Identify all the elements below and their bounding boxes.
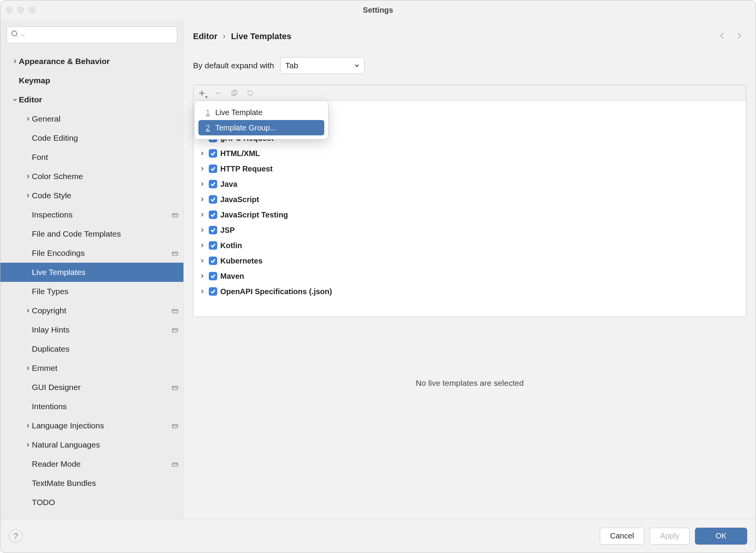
breadcrumb-root[interactable]: Editor — [193, 31, 218, 41]
sidebar-item-emmet[interactable]: Emmet — [0, 359, 183, 378]
scope-badge-icon — [171, 461, 179, 467]
popup-item-template-group-[interactable]: 2Template Group... — [198, 120, 324, 135]
expand-with-label: By default expand with — [193, 61, 274, 70]
sidebar-item-code-style[interactable]: Code Style — [0, 186, 183, 205]
popup-item-number: 2 — [204, 123, 210, 132]
expand-arrow-icon[interactable] — [199, 151, 206, 156]
sidebar-item-copyright[interactable]: Copyright — [0, 301, 183, 320]
close-window-icon[interactable] — [6, 7, 13, 13]
sidebar-item-label: Intentions — [32, 402, 171, 411]
ok-button[interactable]: OK — [695, 528, 747, 545]
popup-item-live-template[interactable]: 1Live Template — [198, 105, 324, 120]
expand-arrow-icon[interactable] — [199, 182, 206, 186]
expand-arrow-icon[interactable] — [199, 228, 206, 232]
group-checkbox[interactable] — [209, 226, 217, 234]
expand-arrow-icon[interactable] — [199, 212, 206, 217]
nav-back-button[interactable] — [718, 31, 726, 42]
expand-arrow-icon[interactable] — [199, 289, 206, 294]
breadcrumb-current: Live Templates — [231, 31, 291, 41]
expand-arrow-icon — [24, 308, 32, 313]
sidebar-item-code-editing[interactable]: Code Editing — [0, 128, 183, 148]
sidebar-item-file-types[interactable]: File Types — [0, 282, 183, 301]
template-group-javascript[interactable]: JavaScript — [193, 192, 746, 207]
expand-arrow-icon — [24, 117, 32, 121]
zoom-window-icon[interactable] — [29, 7, 36, 13]
template-group-javascript-testing[interactable]: JavaScript Testing — [193, 207, 746, 222]
group-checkbox[interactable] — [209, 287, 217, 296]
expand-arrow-icon[interactable] — [199, 166, 206, 171]
group-checkbox[interactable] — [209, 257, 217, 265]
svg-rect-4 — [172, 252, 178, 255]
sidebar-item-language-injections[interactable]: Language Injections — [0, 416, 183, 435]
minimize-window-icon[interactable] — [17, 7, 24, 13]
template-group-java[interactable]: Java — [193, 176, 746, 192]
sidebar-item-todo[interactable]: TODO — [0, 493, 183, 512]
expand-arrow-icon — [24, 443, 32, 447]
sidebar-item-general[interactable]: General — [0, 109, 183, 128]
template-group-kotlin[interactable]: Kotlin — [193, 238, 746, 253]
svg-rect-2 — [172, 214, 178, 217]
template-group-openapi-specifications-json-[interactable]: OpenAPI Specifications (.json) — [193, 284, 746, 299]
cancel-button[interactable]: Cancel — [600, 528, 644, 545]
expand-arrow-icon[interactable] — [199, 197, 206, 202]
add-button[interactable] — [198, 89, 206, 97]
group-checkbox[interactable] — [209, 149, 217, 158]
expand-arrow-icon — [11, 59, 19, 64]
sidebar-item-font[interactable]: Font — [0, 148, 183, 167]
sidebar-item-label: General — [32, 114, 171, 123]
group-checkbox[interactable] — [209, 211, 217, 219]
group-checkbox[interactable] — [209, 165, 217, 173]
sidebar-item-label: GUI Designer — [32, 383, 171, 392]
expand-arrow-icon[interactable] — [199, 274, 206, 278]
sidebar-item-inspections[interactable]: Inspections — [0, 205, 183, 224]
sidebar-item-file-encodings[interactable]: File Encodings — [0, 244, 183, 263]
sidebar-item-label: Inspections — [32, 210, 171, 219]
sidebar-item-file-and-code-templates[interactable]: File and Code Templates — [0, 224, 183, 244]
expand-with-select[interactable]: Tab — [280, 57, 365, 74]
scope-badge-icon — [171, 423, 179, 428]
sidebar-item-color-scheme[interactable]: Color Scheme — [0, 167, 183, 186]
expand-arrow-icon — [24, 174, 32, 179]
sidebar-item-appearance-behavior[interactable]: Appearance & Behavior — [0, 52, 183, 71]
svg-rect-14 — [172, 463, 178, 466]
sidebar-item-inlay-hints[interactable]: Inlay Hints — [0, 320, 183, 339]
template-group-maven[interactable]: Maven — [193, 268, 746, 284]
sidebar-item-duplicates[interactable]: Duplicates — [0, 339, 183, 359]
scope-badge-icon — [171, 212, 179, 217]
sidebar-item-label: Keymap — [19, 76, 171, 85]
expand-arrow-icon — [24, 366, 32, 370]
sidebar-item-live-templates[interactable]: Live Templates — [0, 263, 183, 282]
template-group-kubernetes[interactable]: Kubernetes — [193, 253, 746, 268]
expand-arrow-icon[interactable] — [199, 243, 206, 248]
chevron-right-icon: › — [223, 31, 226, 41]
sidebar-item-textmate-bundles[interactable]: TextMate Bundles — [0, 474, 183, 493]
group-checkbox[interactable] — [209, 272, 217, 280]
sidebar-item-natural-languages[interactable]: Natural Languages — [0, 435, 183, 454]
remove-button — [214, 89, 222, 97]
template-group-jsp[interactable]: JSP — [193, 222, 746, 238]
template-group-http-request[interactable]: HTTP Request — [193, 161, 746, 176]
search-history-icon[interactable] — [21, 31, 25, 40]
sidebar-item-keymap[interactable]: Keymap — [0, 71, 183, 90]
template-group-html-xml[interactable]: HTML/XML — [193, 146, 746, 161]
sidebar-item-editor[interactable]: Editor — [0, 90, 183, 109]
settings-sidebar: Appearance & BehaviorKeymapEditorGeneral… — [0, 20, 184, 519]
group-checkbox[interactable] — [209, 180, 217, 188]
group-label: JavaScript Testing — [220, 211, 288, 219]
sidebar-item-reader-mode[interactable]: Reader Mode — [0, 454, 183, 474]
group-label: OpenAPI Specifications (.json) — [220, 287, 332, 296]
sidebar-item-label: Live Templates — [32, 268, 171, 277]
settings-main: Editor › Live Templates By default expan… — [184, 20, 756, 519]
sidebar-item-intentions[interactable]: Intentions — [0, 397, 183, 416]
group-checkbox[interactable] — [209, 195, 217, 204]
expand-arrow-icon[interactable] — [199, 258, 206, 263]
nav-forward-button[interactable] — [735, 31, 743, 42]
scope-badge-icon — [171, 385, 179, 390]
sidebar-item-label: Duplicates — [32, 344, 171, 354]
sidebar-item-gui-designer[interactable]: GUI Designer — [0, 378, 183, 397]
help-button[interactable]: ? — [9, 529, 23, 543]
settings-search[interactable] — [7, 26, 177, 43]
group-checkbox[interactable] — [209, 241, 217, 250]
search-input[interactable] — [27, 31, 173, 40]
popup-item-number: 1 — [204, 108, 210, 117]
